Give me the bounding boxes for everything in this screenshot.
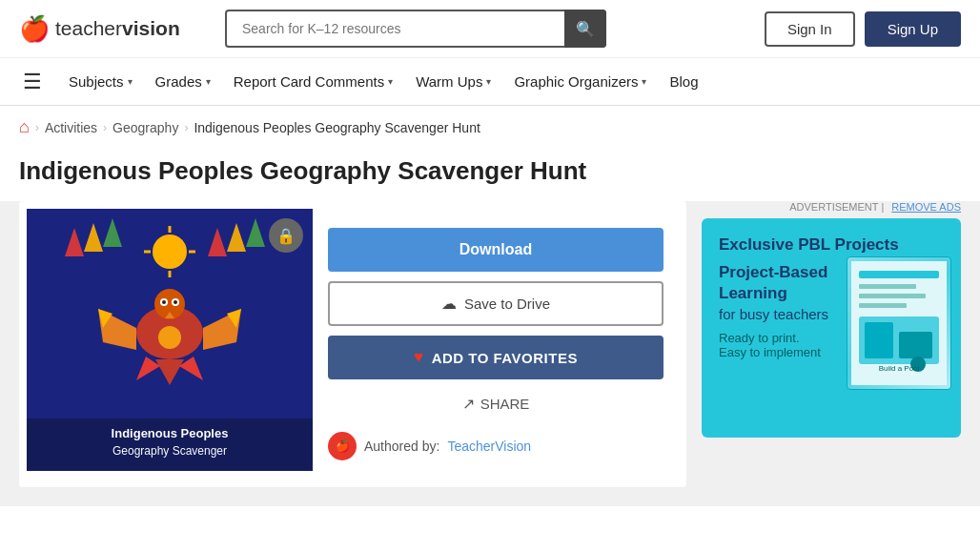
- nav-item-grades[interactable]: Grades ▾: [144, 58, 222, 106]
- heart-icon: ♥: [414, 348, 424, 367]
- site-logo[interactable]: 🍎 teachervision: [19, 14, 210, 44]
- svg-point-23: [158, 326, 181, 349]
- search-bar: 🔍: [225, 10, 606, 48]
- svg-point-16: [162, 300, 166, 304]
- logo-apple-icon: 🍎: [19, 14, 50, 44]
- nav-item-graphic-organizers[interactable]: Graphic Organizers ▾: [502, 58, 658, 106]
- ad-label: ADVERTISEMENT | REMOVE ADS: [702, 201, 961, 213]
- ad-card: Exclusive PBL Projects Project-BasedLear…: [702, 218, 961, 438]
- nav-item-warm-ups[interactable]: Warm Ups ▾: [404, 58, 502, 106]
- page-title-bar: Indigenous Peoples Geography Scavenger H…: [0, 149, 980, 201]
- breadcrumb-home[interactable]: ⌂: [19, 117, 30, 137]
- breadcrumb-separator: ›: [35, 121, 39, 134]
- author-link[interactable]: TeacherVision: [447, 439, 531, 454]
- breadcrumb-activities[interactable]: Activities: [45, 120, 97, 135]
- breadcrumb-geography[interactable]: Geography: [112, 120, 178, 135]
- svg-point-17: [174, 300, 177, 304]
- chevron-down-icon: ▾: [206, 58, 211, 106]
- nav-item-report-card[interactable]: Report Card Comments ▾: [222, 58, 404, 106]
- breadcrumb-separator: ›: [103, 121, 107, 134]
- svg-rect-36: [865, 322, 893, 358]
- share-icon: ↗: [462, 395, 475, 413]
- nav-item-subjects[interactable]: Subjects ▾: [57, 58, 144, 106]
- drive-icon: ☁: [441, 295, 457, 313]
- logo-text: teachervision: [55, 17, 180, 40]
- svg-text:Indigenous Peoples: Indigenous Peoples: [112, 426, 229, 440]
- svg-rect-32: [859, 284, 916, 289]
- share-button[interactable]: ↗ SHARE: [328, 389, 664, 418]
- main-content: Indigenous Peoples Geography Scavenger 🔒…: [0, 201, 980, 506]
- thumbnail-image: Indigenous Peoples Geography Scavenger: [27, 209, 313, 471]
- signup-button[interactable]: Sign Up: [865, 11, 961, 47]
- tv-logo-small: 🍎: [328, 432, 357, 460]
- authored-label: Authored by:: [364, 439, 439, 454]
- save-to-drive-button[interactable]: ☁ Save to Drive: [328, 281, 664, 326]
- search-icon: 🔍: [576, 20, 595, 38]
- search-button[interactable]: 🔍: [564, 10, 606, 48]
- svg-rect-33: [859, 294, 926, 298]
- authored-by: 🍎 Authored by: TeacherVision: [328, 432, 664, 460]
- download-button[interactable]: Download: [328, 228, 664, 272]
- breadcrumb-current: Indigenous Peoples Geography Scavenger H…: [194, 120, 480, 135]
- hamburger-icon[interactable]: ☰: [19, 66, 46, 98]
- breadcrumb-separator: ›: [184, 121, 188, 134]
- ad-image: Build a Pool: [847, 256, 951, 390]
- svg-text:Build a Pool: Build a Pool: [879, 364, 920, 373]
- chevron-down-icon: ▾: [388, 58, 393, 106]
- ad-sidebar: ADVERTISEMENT | REMOVE ADS Exclusive PBL…: [702, 201, 961, 487]
- resource-thumbnail: Indigenous Peoples Geography Scavenger 🔒: [27, 209, 313, 480]
- svg-rect-31: [859, 271, 939, 278]
- chevron-down-icon: ▾: [642, 58, 646, 106]
- nav-item-blog[interactable]: Blog: [658, 58, 709, 106]
- add-to-favorites-button[interactable]: ♥ ADD TO FAVORITES: [328, 336, 664, 379]
- svg-rect-34: [859, 303, 907, 308]
- breadcrumb: ⌂ › Activities › Geography › Indigenous …: [0, 106, 980, 149]
- ad-title: Exclusive PBL Projects: [719, 235, 944, 255]
- header-buttons: Sign In Sign Up: [765, 11, 961, 47]
- svg-text:Geography Scavenger: Geography Scavenger: [112, 444, 227, 458]
- lock-badge: 🔒: [269, 218, 303, 253]
- remove-ads-link[interactable]: REMOVE ADS: [891, 201, 961, 213]
- resource-actions: Download ☁ Save to Drive ♥ ADD TO FAVORI…: [313, 209, 679, 480]
- svg-point-7: [153, 235, 187, 269]
- signin-button[interactable]: Sign In: [765, 11, 855, 47]
- chevron-down-icon: ▾: [128, 58, 133, 106]
- lock-icon: 🔒: [276, 227, 296, 245]
- page-title: Indigenous Peoples Geography Scavenger H…: [19, 156, 961, 186]
- svg-rect-37: [899, 332, 932, 358]
- chevron-down-icon: ▾: [486, 58, 491, 106]
- resource-card: Indigenous Peoples Geography Scavenger 🔒…: [19, 201, 686, 487]
- main-nav: ☰ Subjects ▾ Grades ▾ Report Card Commen…: [0, 58, 980, 106]
- site-header: 🍎 teachervision 🔍 Sign In Sign Up: [0, 0, 980, 58]
- search-input[interactable]: [225, 10, 606, 48]
